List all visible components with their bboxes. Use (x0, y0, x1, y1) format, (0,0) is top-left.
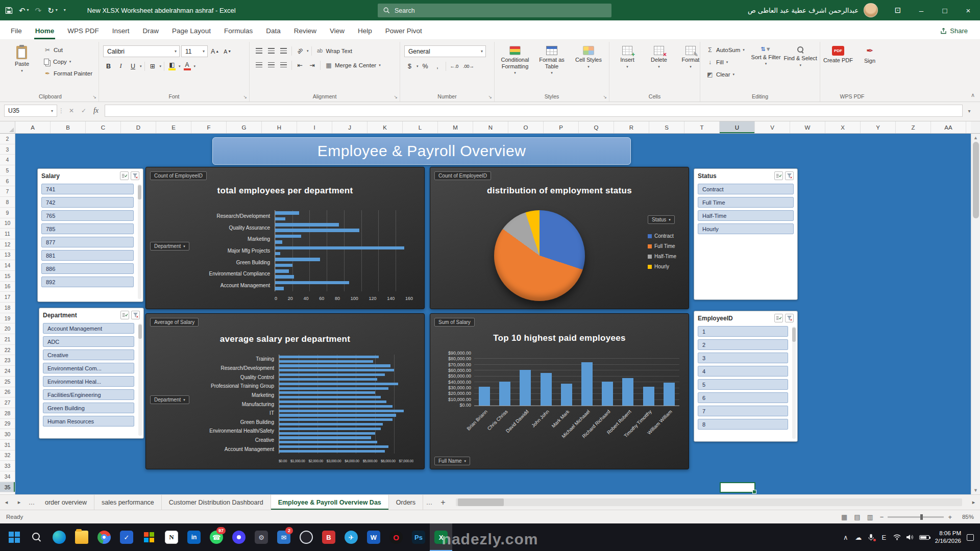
slicer-item-Full Time[interactable]: Full Time (698, 197, 794, 208)
taskbar-linkedin-icon[interactable]: in (183, 523, 205, 551)
row-header-10[interactable]: 10 (0, 218, 15, 229)
merge-center-button[interactable]: ▦Merge & Center▾ (323, 60, 383, 70)
slicer-item-877[interactable]: 877 (41, 237, 134, 247)
sheet-tab-order-overview[interactable]: order overview (38, 495, 94, 510)
slicer-item-4[interactable]: 4 (698, 366, 788, 377)
tab-power-pivot[interactable]: Power Pivot (379, 22, 429, 39)
row-header-34[interactable]: 34 (0, 471, 15, 482)
tray-expand-icon[interactable]: ∧ (842, 534, 849, 541)
ribbon-display-options-button[interactable]: ⊡ (886, 0, 910, 20)
align-center-button[interactable] (266, 60, 277, 70)
column-header-S[interactable]: S (649, 121, 684, 133)
sign-button[interactable]: ✒Sign (856, 44, 884, 66)
name-box[interactable]: U35▾ (4, 105, 57, 117)
user-name[interactable]: عبدالرحمن اشرف عطية عبد العاطى ص (748, 7, 859, 14)
row-header-8[interactable]: 8 (0, 197, 15, 208)
slicer-item-Contract[interactable]: Contract (698, 184, 794, 194)
department-axis-button[interactable]: Department▾ (150, 395, 189, 404)
column-header-F[interactable]: F (191, 121, 227, 133)
column-header-Z[interactable]: Z (896, 121, 931, 133)
customize-toolbar-button[interactable]: ▾ (64, 8, 66, 12)
full-name-axis-button[interactable]: Full Name▾ (434, 457, 470, 465)
column-header-W[interactable]: W (790, 121, 825, 133)
slicer-item-Facilities/Engineering[interactable]: Facilities/Engineering (43, 389, 134, 400)
row-header-22[interactable]: 22 (0, 345, 15, 356)
column-header-B[interactable]: B (51, 121, 86, 133)
wrap-text-button[interactable]: abWrap Text (314, 46, 354, 56)
share-button[interactable]: Share (932, 22, 976, 39)
dialog-launcher-icon[interactable]: ↘ (92, 94, 96, 99)
slicer-item-8[interactable]: 8 (698, 419, 788, 430)
refresh-button[interactable]: ↻▾ (47, 7, 58, 14)
notifications-icon[interactable] (967, 534, 974, 541)
decrease-indent-button[interactable]: ⇤ (295, 60, 305, 70)
column-header-Y[interactable]: Y (861, 121, 896, 133)
column-header-M[interactable]: M (438, 121, 473, 133)
sheet-overflow-left[interactable]: … (26, 495, 38, 510)
taskbar-whatsapp-icon[interactable]: ☎97 (205, 523, 228, 551)
tab-help[interactable]: Help (351, 22, 379, 39)
row-header-16[interactable]: 16 (0, 282, 15, 292)
paste-button[interactable]: Paste ▾ (6, 44, 38, 75)
zoom-slider-thumb[interactable] (920, 514, 923, 520)
clear-filter-icon[interactable] (785, 171, 794, 180)
formula-input[interactable] (105, 105, 963, 117)
formula-bar-handle[interactable]: ⋮ (57, 107, 65, 114)
column-header-A[interactable]: A (15, 121, 51, 133)
column-header-U[interactable]: U (720, 121, 755, 133)
undo-button[interactable]: ↶▾ (19, 7, 29, 14)
tab-formulas[interactable]: Formulas (217, 22, 259, 39)
dialog-launcher-icon[interactable]: ↘ (488, 94, 492, 99)
sheet-tab-orders[interactable]: Orders (389, 495, 423, 510)
add-sheet-button[interactable]: + (435, 495, 451, 510)
taskbar-chrome-icon[interactable] (93, 523, 115, 551)
search-box[interactable]: Search (378, 4, 611, 17)
sheet-tab-sales-performance[interactable]: sales performance (94, 495, 162, 510)
taskbar-word-icon[interactable]: W (362, 523, 385, 551)
dialog-launcher-icon[interactable]: ↘ (603, 94, 607, 99)
slicer-item-7[interactable]: 7 (698, 406, 788, 416)
autosum-button[interactable]: ΣAutoSum▾ (704, 45, 747, 55)
orientation-button[interactable]: ab (295, 45, 305, 56)
row-header-4[interactable]: 4 (0, 155, 15, 165)
slicer-department[interactable]: Department Account ManagementADCCreative… (39, 308, 144, 439)
row-header-23[interactable]: 23 (0, 355, 15, 366)
sheet-tab-employee-payroll-overview-das[interactable]: Employee & Payroll Overview Das (271, 495, 389, 510)
taskbar-telegram-icon[interactable]: ✈ (340, 523, 362, 551)
row-header-33[interactable]: 33 (0, 461, 15, 471)
row-header-31[interactable]: 31 (0, 440, 15, 450)
zoom-in-button[interactable]: + (948, 513, 952, 521)
pivot-field-button[interactable]: Count of EmployeeID (434, 171, 491, 180)
slicer-item-892[interactable]: 892 (41, 277, 134, 287)
grid-canvas[interactable]: Employee & Payroll Overview Salary 74174… (15, 134, 971, 494)
zoom-out-button[interactable]: − (880, 513, 884, 521)
row-header-7[interactable]: 7 (0, 186, 15, 197)
column-header-Q[interactable]: Q (579, 121, 614, 133)
zoom-slider[interactable] (888, 516, 944, 518)
taskbar-loom-icon[interactable] (228, 523, 250, 551)
decrease-font-size-button[interactable]: A▼ (222, 46, 233, 57)
slicer-item-2[interactable]: 2 (698, 339, 788, 350)
row-header-35[interactable]: 35 (0, 482, 15, 493)
slicer-item-Human Resources[interactable]: Human Resources (43, 416, 134, 427)
taskbar-bolt-icon[interactable]: B (317, 523, 340, 551)
column-header-H[interactable]: H (262, 121, 297, 133)
row-header-21[interactable]: 21 (0, 334, 15, 345)
find-select-button[interactable]: Find & Select▾ (785, 44, 816, 69)
increase-decimal-button[interactable]: ←.0 (449, 61, 460, 71)
horizontal-scrollbar[interactable] (456, 498, 962, 506)
row-header-11[interactable]: 11 (0, 229, 15, 239)
column-header-J[interactable]: J (332, 121, 368, 133)
slicer-item-765[interactable]: 765 (41, 210, 134, 221)
font-color-button[interactable]: A (182, 61, 192, 71)
slicer-item-742[interactable]: 742 (41, 197, 134, 208)
onedrive-icon[interactable]: ☁ (855, 534, 862, 541)
comma-style-button[interactable]: , (432, 61, 443, 71)
zoom-level[interactable]: 85% (959, 514, 974, 520)
sheet-nav-prev-icon[interactable]: ◂ (0, 495, 13, 510)
slicer-item-886[interactable]: 886 (41, 263, 134, 274)
multiselect-icon[interactable] (120, 311, 129, 319)
hscroll-right-icon[interactable]: ▸ (967, 495, 980, 510)
tab-insert[interactable]: Insert (106, 22, 136, 39)
column-header-K[interactable]: K (368, 121, 403, 133)
